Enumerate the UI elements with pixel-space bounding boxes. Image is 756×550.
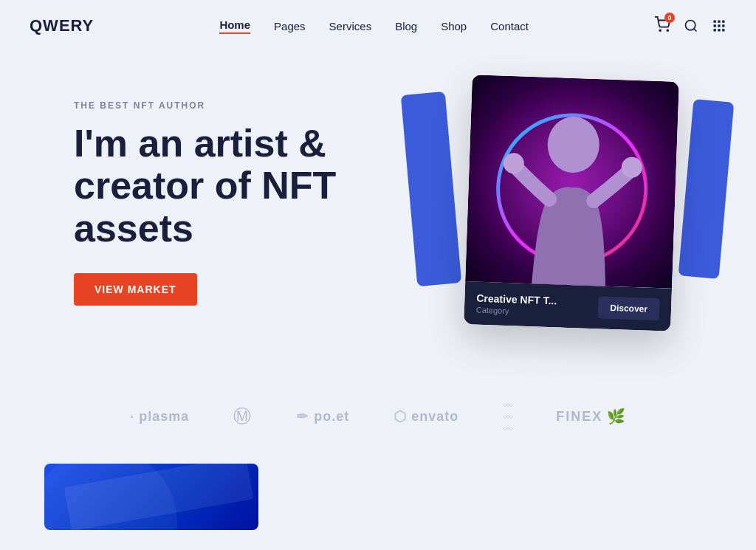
hero-section: THE BEST NFT AUTHOR I'm an artist &creat… (0, 52, 756, 362)
nft-card-info: Creative NFT T... Category Discover (464, 281, 672, 331)
svg-rect-5 (722, 21, 724, 23)
finex-label: FINEX (556, 409, 602, 424)
svg-rect-8 (722, 24, 724, 27)
svg-rect-9 (714, 29, 716, 31)
nft-card-bg-right (678, 99, 735, 279)
logo: QWERY (30, 16, 94, 35)
poet-icon: ✒ (296, 408, 309, 425)
partner-plasma: · plasma (130, 408, 190, 425)
nft-card-image (465, 75, 679, 289)
partner-poet: ✒ po.et (296, 408, 349, 425)
nav-blog[interactable]: Blog (395, 20, 417, 32)
finex-icon: 🌿 (607, 408, 626, 425)
nav-contact[interactable]: Contact (490, 20, 529, 32)
search-button[interactable] (684, 18, 698, 33)
nft-card-area: Creative NFT T... Category Discover (431, 78, 712, 328)
partners-section: · plasma Ⓜ ✒ po.et ⬡ envato ◦◦◦◦◦◦◦◦◦ FI… (0, 377, 756, 456)
poet-label: po.et (314, 409, 349, 424)
nav-pages[interactable]: Pages (274, 20, 306, 32)
hero-text: THE BEST NFT AUTHOR I'm an artist &creat… (74, 100, 402, 306)
partner-envato: ⬡ envato (394, 408, 458, 425)
iota-icon: ◦◦◦◦◦◦◦◦◦ (503, 399, 512, 434)
partner-coinmarketcap: Ⓜ (233, 405, 252, 428)
partner-finex: FINEX 🌿 (556, 408, 626, 425)
svg-rect-6 (714, 24, 716, 27)
svg-point-2 (686, 21, 695, 30)
plasma-icon: · (130, 408, 135, 425)
nft-card-title: Creative NFT T... (476, 292, 557, 307)
nav-shop[interactable]: Shop (441, 20, 467, 32)
nav-services[interactable]: Services (329, 20, 372, 32)
svg-point-1 (667, 30, 668, 31)
cart-button[interactable]: 0 (654, 16, 670, 35)
view-market-button[interactable]: View Market (74, 273, 197, 306)
cart-badge: 0 (664, 13, 675, 23)
header: QWERY Home Pages Services Blog Shop Cont… (0, 0, 756, 52)
svg-rect-10 (718, 29, 720, 31)
nft-discover-button[interactable]: Discover (598, 296, 660, 320)
svg-point-0 (659, 30, 661, 31)
svg-rect-4 (718, 21, 720, 23)
nft-card-category: Category (476, 306, 557, 317)
nft-card[interactable]: Creative NFT T... Category Discover (464, 75, 679, 331)
envato-icon: ⬡ (394, 408, 407, 425)
nft-art (465, 75, 679, 289)
header-icons: 0 (654, 16, 726, 35)
grid-menu-button[interactable] (712, 18, 726, 33)
plasma-label: plasma (139, 409, 189, 424)
envato-label: envato (411, 409, 458, 424)
main-nav: Home Pages Services Blog Shop Contact (219, 18, 529, 34)
bottom-blue-section (44, 464, 258, 530)
svg-rect-3 (714, 21, 716, 23)
hero-title: I'm an artist &creator of NFTassets (74, 123, 402, 250)
hero-subtitle: THE BEST NFT AUTHOR (74, 100, 402, 111)
svg-rect-7 (718, 24, 720, 27)
partner-iota: ◦◦◦◦◦◦◦◦◦ (503, 399, 512, 434)
nft-card-bg-left (401, 92, 461, 286)
svg-rect-11 (722, 29, 724, 31)
coinmarketcap-icon: Ⓜ (233, 405, 252, 428)
nav-home[interactable]: Home (219, 18, 250, 34)
